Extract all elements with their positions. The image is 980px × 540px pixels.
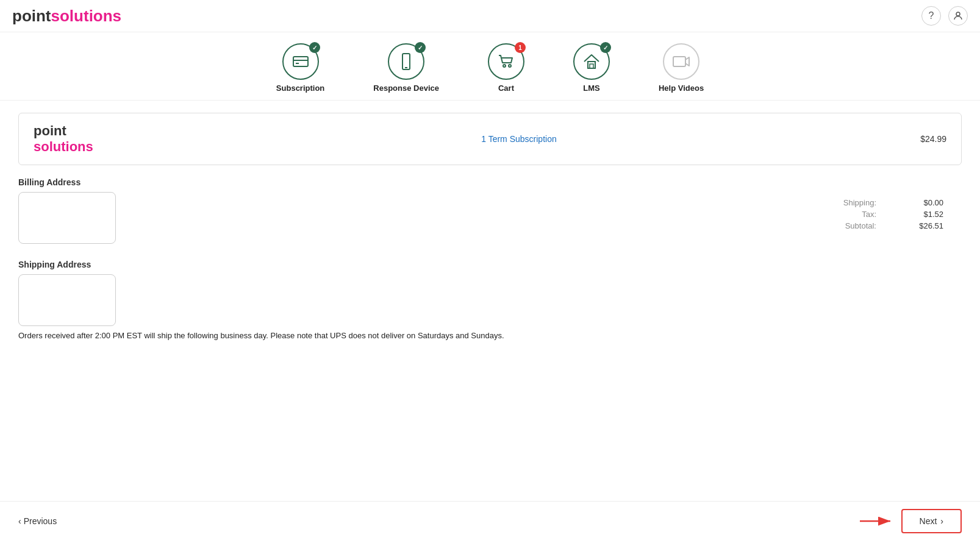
cart-item-description: 1 Term Subscription: [118, 134, 920, 144]
user-icon: [953, 10, 964, 21]
svg-point-6: [503, 65, 506, 67]
help-videos-icon-circle: [663, 43, 699, 80]
main-content: point solutions 1 Term Subscription $24.…: [0, 101, 980, 352]
response-device-checkmark: ✓: [415, 42, 426, 53]
cart-label: Cart: [498, 83, 514, 93]
svg-point-0: [956, 12, 960, 16]
svg-rect-8: [588, 62, 595, 68]
subtotal-label: Subtotal:: [845, 221, 876, 230]
step-subscription[interactable]: ✓ Subscription: [276, 43, 324, 93]
tax-label: Tax:: [862, 210, 876, 219]
subtotal-value: $26.51: [913, 221, 943, 230]
tax-value: $1.52: [913, 210, 943, 219]
cart-badge: 1: [515, 42, 526, 53]
billing-address-label: Billing Address: [18, 177, 962, 187]
svg-rect-1: [293, 57, 308, 66]
house-icon: [582, 52, 601, 71]
step-help-videos[interactable]: Help Videos: [659, 43, 704, 93]
totals-section: Shipping: $0.00 Tax: $1.52 Subtotal: $26…: [843, 198, 943, 233]
tax-row: Tax: $1.52: [843, 210, 943, 219]
cart-logo-solutions: solutions: [34, 139, 93, 154]
svg-rect-9: [590, 64, 593, 68]
shipping-section: Shipping Address Orders received after 2…: [18, 260, 962, 340]
step-response-device[interactable]: ✓ Response Device: [373, 43, 439, 93]
response-device-icon-circle: ✓: [388, 43, 424, 80]
header: pointsolutions ?: [0, 0, 980, 32]
logo-solutions: solutions: [51, 7, 122, 26]
billing-section: Billing Address Shipping: $0.00 Tax: $1.…: [18, 177, 962, 247]
nav-steps: ✓ Subscription ✓ Response Device 1 Cart: [0, 32, 980, 101]
subscription-icon-circle: ✓: [282, 43, 319, 80]
subscription-checkmark: ✓: [309, 42, 320, 53]
header-icons: ?: [921, 6, 968, 26]
cart-item-card: point solutions 1 Term Subscription $24.…: [18, 113, 962, 165]
shipping-note: Orders received after 2:00 PM EST will s…: [18, 331, 962, 340]
user-button[interactable]: [948, 6, 968, 26]
subscription-icon: [291, 52, 310, 71]
cart-logo-point: point: [34, 123, 66, 138]
shipping-address-box[interactable]: [18, 274, 116, 326]
svg-point-7: [509, 65, 511, 67]
shipping-row: Shipping: $0.00: [843, 198, 943, 207]
shipping-label: Shipping:: [843, 198, 876, 207]
subtotal-row: Subtotal: $26.51: [843, 221, 943, 230]
help-videos-label: Help Videos: [659, 83, 704, 93]
lms-checkmark: ✓: [600, 42, 611, 53]
cart-icon-circle: 1: [488, 43, 524, 80]
help-button[interactable]: ?: [921, 6, 941, 26]
subscription-label: Subscription: [276, 83, 324, 93]
billing-address-box[interactable]: [18, 192, 116, 244]
lms-label: LMS: [583, 83, 599, 93]
response-device-label: Response Device: [373, 83, 439, 93]
shipping-address-label: Shipping Address: [18, 260, 962, 269]
step-lms[interactable]: ✓ LMS: [573, 43, 610, 93]
cart-icon: [496, 52, 516, 71]
step-cart[interactable]: 1 Cart: [488, 43, 524, 93]
shipping-value: $0.00: [913, 198, 943, 207]
svg-rect-10: [673, 57, 685, 66]
video-icon: [671, 52, 691, 71]
mobile-icon: [396, 52, 416, 71]
cart-item-price: $24.99: [920, 134, 946, 144]
logo-point: point: [12, 7, 51, 26]
logo: pointsolutions: [12, 7, 121, 26]
lms-icon-circle: ✓: [573, 43, 610, 80]
cart-logo: point solutions: [34, 123, 93, 155]
